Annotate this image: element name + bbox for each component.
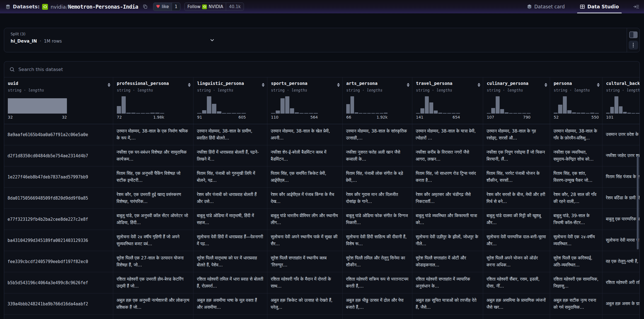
cell-uuid[interactable]: 8da01750566948509fd820d9dd9f0a85	[4, 188, 113, 208]
cell-sports_persona[interactable]: बाबुलु पांडे भारतीय प्रीमियर लीग और स्था…	[267, 209, 343, 230]
cell-culinary_persona[interactable]: पिताम सिंह, भरपेट पंजाबी भोजन के शौकीन, …	[483, 166, 550, 187]
cell-uuid[interactable]: fee339cbcdf2405799eebdf197f82ec0	[4, 251, 113, 272]
follow-button[interactable]: Follow NVIDIA 40.1k	[184, 3, 244, 11]
cell-culinary_persona[interactable]: उस्मान मोहम्मद, 38-साल के गृह रसोइए, सरस…	[483, 124, 550, 145]
cell-travel_persona[interactable]: रेशम कौर अमृतसर और चंडीगढ़ जैसे निकटवर्त…	[412, 188, 483, 208]
cell-travel_persona[interactable]: पिताम सिंह, जो साधारण रोड ट्रिप्स पसंद क…	[412, 166, 483, 187]
cell-culinary_persona[interactable]: बाबुलु पांडे दालमा की मिट्टी की खुशबू और…	[483, 209, 550, 230]
length-histogram[interactable]	[117, 96, 164, 114]
cell-travel_persona[interactable]	[412, 315, 483, 319]
cell-sports_persona[interactable]: रशिता महेश्वरी गाँव के मैदान में दोस्तों…	[267, 272, 343, 293]
nvidia-logo-icon[interactable]	[42, 4, 48, 10]
sort-icon[interactable]	[262, 83, 265, 87]
cell-cultural_background[interactable]: उसमान उत्तर प्रदेश के ग्रामीण क्षेत्र मे…	[602, 124, 640, 145]
cell-professional_persona[interactable]: नफीशा एक घर-प्रबंधन विशेषज्ञ और सामुदायि…	[113, 145, 193, 166]
cell-travel_persona[interactable]: रशिता महेश्वरी सप्ताहांत में व्यापारिक अ…	[412, 272, 483, 293]
column-header-cultural_background[interactable]: cultural_backgroundstring · lengths101	[602, 77, 640, 124]
length-histogram[interactable]	[554, 96, 599, 114]
cell-travel_persona[interactable]: बाबुलु पांडे व्यवस्थित और किफायती यात्रा…	[412, 209, 483, 230]
cell-cultural_background[interactable]: रशिता महेश्वरी अरी तमिलनाडु के ग्रामीण	[602, 272, 640, 293]
sort-icon[interactable]	[188, 83, 191, 87]
cell-uuid[interactable]	[4, 315, 113, 319]
cell-travel_persona[interactable]: उस्मान मोहम्मद, 38-साल के यात्रा प्रेमी,…	[412, 124, 483, 145]
cell-uuid[interactable]: 8a9aafe6165b4ba0a67f91a2c06e5a0e	[4, 124, 113, 145]
cell-uuid[interactable]: d2f1d8350cd0484db5e754ae2314d4b7	[4, 145, 113, 166]
cell-linguistic_persona[interactable]	[193, 315, 267, 319]
cell-culinary_persona[interactable]	[483, 315, 550, 319]
follower-count[interactable]: 40.1k	[226, 3, 243, 11]
cell-culinary_persona[interactable]: रेशम कौर सरसों के बीज, मेथी और हरी मिर्च…	[483, 188, 550, 208]
cell-arts_persona[interactable]: नफीशा नुसरत फतेह अली खान जैसे कव्वाली के…	[343, 145, 412, 166]
cell-sports_persona[interactable]: उस्मान मोहम्मद, 38-साल के खेल प्रेमी, अप…	[267, 124, 343, 145]
cell-linguistic_persona[interactable]: उस्मान मोहम्मद, 38-साल के ग्रामीण, प्रवा…	[193, 124, 267, 145]
search-bar[interactable]: Search this dataset	[4, 62, 640, 77]
cell-professional_persona[interactable]: उस्मान मोहम्मद, 38-साल के एक निर्माण श्र…	[113, 124, 193, 145]
cell-travel_persona[interactable]: सुलोचना देवी उड़ीपुर के झीलों, जोधपुर के…	[412, 230, 483, 251]
length-histogram[interactable]	[487, 96, 531, 114]
cell-arts_persona[interactable]: सुरेश पिल्लै तमिल और तेलुगु सिनेमा का शौ…	[343, 251, 412, 272]
cell-linguistic_persona[interactable]: अबुल हक़ असमीया भाषा के मूल वक्ता हैं और…	[193, 293, 267, 314]
column-header-arts_persona[interactable]: arts_personastring · lengths661.92k	[343, 77, 412, 124]
cell-professional_persona[interactable]: बाबुलु पांडे, एक अनुभवी कॉल सेंटर ऑपरेटर…	[113, 209, 193, 230]
column-header-uuid[interactable]: uuidstring · lengths3232	[4, 77, 113, 124]
sort-icon[interactable]	[544, 83, 547, 87]
cell-cultural_background[interactable]: सुलोचना देवी मारवा से है जो चितौड़गढ़,	[602, 230, 640, 251]
cell-persona[interactable]: उस्मान मोहम्मद, 38-साल के गाँव के फ़ोरमै…	[550, 124, 602, 145]
cell-sports_persona[interactable]: सुरेश पिल्लै सप्ताहांत में स्थानीय क्लब …	[267, 251, 343, 272]
length-histogram[interactable]	[197, 96, 246, 114]
cell-linguistic_persona[interactable]: रेशम कौर पंजाबी को धाराप्रवाह बोलती हैं …	[193, 188, 267, 208]
cell-sports_persona[interactable]: नफीशा शेर-ई-बरेली बैडमिंटन क्लब में बैडम…	[267, 145, 343, 166]
cell-culinary_persona[interactable]: सुलोचना देवी पारम्परिक दाल-बत्ती-चूरमा औ…	[483, 230, 550, 251]
cell-sports_persona[interactable]: अबुल हक़ क्रिकेट को उत्साह से देखते हैं,…	[267, 293, 343, 314]
sort-icon[interactable]	[337, 83, 340, 87]
cell-persona[interactable]: नफीशा एक व्यवस्थित, समुदाय-केन्द्रित सोच…	[550, 145, 602, 166]
cell-persona[interactable]: रशिता महेश्वरी एक सामाजिक, जिज्ञासु…	[550, 272, 602, 293]
cell-linguistic_persona[interactable]: रशिता महेश्वरी तमिल में धारा प्रवाह से ब…	[193, 272, 267, 293]
cell-arts_persona[interactable]: बाबुलु पांडे ओडिया फोक संगीत के दिग्गज भ…	[343, 209, 412, 230]
cell-persona[interactable]	[550, 315, 602, 319]
cell-linguistic_persona[interactable]: सुलोचना देवी हिंदी में धाराप्रवाह हैं—दे…	[193, 230, 267, 251]
cell-linguistic_persona[interactable]: नफीशा हिंदी में धाराप्रवाह बोलती हैं, पढ…	[193, 145, 267, 166]
follow-button-main[interactable]: Follow NVIDIA	[185, 3, 226, 11]
cell-travel_persona[interactable]: सुरेश पिल्लै सप्ताहांत में ओटी और कोडाइक…	[412, 251, 483, 272]
org-name[interactable]: nvidia	[50, 4, 66, 10]
cell-arts_persona[interactable]: सुलोचना देवी हिंदी साहित्य की दीवानी हैं…	[343, 230, 412, 251]
cell-cultural_background[interactable]: अबुल हक़ असम के ग्रामीण क्षेत्र के अस	[602, 293, 640, 314]
vertical-scrollbar[interactable]	[637, 156, 639, 249]
cell-arts_persona[interactable]: अबुल हक़ भीछु उत्सव में ढोल और पेपा बजात…	[343, 293, 412, 314]
repo-breadcrumb[interactable]: nvidia/Nemotron-Personas-India	[50, 4, 138, 10]
length-histogram[interactable]	[346, 96, 388, 114]
column-header-culinary_persona[interactable]: culinary_personastring · lengths107790	[483, 77, 550, 124]
cell-persona[interactable]: सुलोचना देवी एक २४-वर्षीय व्यवस्थित…	[550, 230, 602, 251]
collapse-panel-icon[interactable]	[633, 4, 640, 9]
copy-icon[interactable]	[143, 4, 147, 9]
cell-uuid[interactable]: ba43104299d345189fa0021403129336	[4, 230, 113, 251]
cell-sports_persona[interactable]: सुलोचना देवी अपने स्थानीय पार्क में सुबह…	[267, 230, 343, 251]
sort-icon[interactable]	[478, 83, 480, 87]
column-header-linguistic_persona[interactable]: linguistic_personastring · lengths91605	[193, 77, 267, 124]
column-header-persona[interactable]: personastring · lengths52550	[550, 77, 602, 124]
cell-cultural_background[interactable]	[602, 315, 640, 319]
cell-professional_persona[interactable]: पिताम सिंह, एक अनुभवी पैकिंग विशेषज्ञ जो…	[113, 166, 193, 187]
sort-icon[interactable]	[407, 83, 410, 87]
cell-uuid[interactable]: 339a4bbb248241ba9b766d16da4aabf2	[4, 293, 113, 314]
cell-culinary_persona[interactable]: सुरेश पिल्लै अपने भोजन को ऑर्डर करना अधि…	[483, 251, 550, 272]
cell-linguistic_persona[interactable]: सुरेश पिल्लै मातृभाषा को घर में धाराप्रव…	[193, 251, 267, 272]
kebab-menu-icon[interactable]	[629, 41, 638, 50]
length-histogram[interactable]	[8, 96, 67, 114]
cell-arts_persona[interactable]: रेशम कौर गुदास मान और दिलजीत दोसांझ के ग…	[343, 188, 412, 208]
cell-uuid[interactable]: b5b5d543196c4064a3e499c8c9626fef	[4, 272, 113, 293]
cell-sports_persona[interactable]	[267, 315, 343, 319]
column-header-travel_persona[interactable]: travel_personastring · lengths141654	[412, 77, 483, 124]
cell-persona[interactable]: बाबुलु पांडे, 39-साल के त्रिभाषी कॉल-सें…	[550, 209, 602, 230]
tab-data-studio[interactable]: Data Studio	[576, 0, 623, 13]
sort-icon[interactable]	[108, 83, 110, 87]
cell-cultural_background[interactable]: रेशम बठिंडा के ग्रामी सिख गाँव के समुदा	[602, 188, 640, 208]
cell-professional_persona[interactable]: रेशम कौर, एक उभरती हुई खाद्य प्रसंस्करण …	[113, 188, 193, 208]
cell-culinary_persona[interactable]: अबुल हक़ असमिया के प्रामाणिक व्यंजनों जै…	[483, 293, 550, 314]
cell-arts_persona[interactable]: रशिता महेश्वरी सक्रिय रूप से भरतनाट्यम क…	[343, 272, 412, 293]
like-button-main[interactable]: ♥ like	[153, 3, 172, 11]
cell-travel_persona[interactable]: नफीशा करीब के विरासत नगरों जैसे आगरा, लख…	[412, 145, 483, 166]
tab-dataset-card[interactable]: Dataset card	[523, 0, 569, 13]
cell-persona[interactable]: सुरेश पिल्लै एक करिश्माई, अति-व्यवस्थित…	[550, 251, 602, 272]
